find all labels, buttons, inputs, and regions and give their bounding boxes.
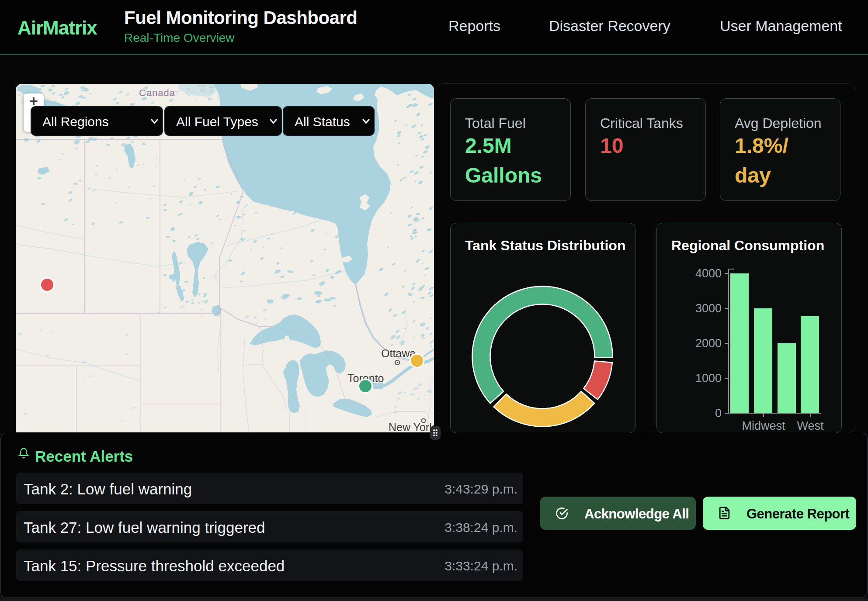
svg-text:2000: 2000 — [695, 337, 722, 350]
svg-text:New York: New York — [389, 421, 434, 432]
svg-text:Midwest: Midwest — [742, 419, 785, 432]
svg-text:1000: 1000 — [695, 372, 722, 385]
svg-text:0: 0 — [715, 407, 722, 420]
svg-text:Canada: Canada — [139, 87, 175, 98]
svg-text:West: West — [797, 419, 824, 432]
svg-text:3000: 3000 — [695, 302, 722, 315]
svg-text:4000: 4000 — [695, 267, 722, 280]
